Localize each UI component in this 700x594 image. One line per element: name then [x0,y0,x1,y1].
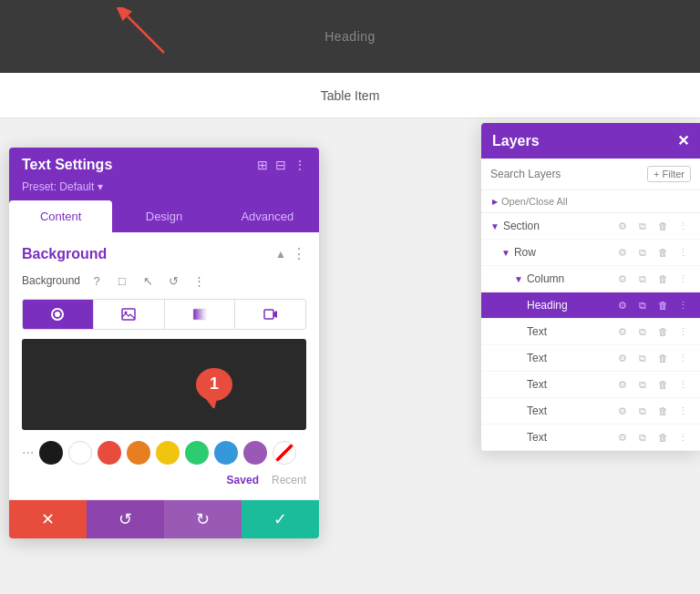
layer-name-text-5: Text [527,431,614,444]
saved-button[interactable]: Saved [227,474,259,486]
layer-actions-column: ⚙ ⧉ 🗑 ⋮ [614,273,691,285]
type-tab-color[interactable] [23,300,94,329]
layer-item-text-1[interactable]: Text ⚙ ⧉ 🗑 ⋮ [481,319,700,345]
swatches-more-icon[interactable]: ··· [22,445,34,461]
video-icon [263,308,278,321]
bg-reset-icon[interactable]: ↺ [164,271,182,290]
tab-advanced[interactable]: Advanced [216,200,319,232]
layer-name-heading: Heading [527,299,614,312]
text2-copy-icon[interactable]: ⧉ [634,353,651,364]
cancel-button[interactable]: ✕ [9,500,87,538]
text2-more-icon[interactable]: ⋮ [674,353,691,364]
layer-item-row[interactable]: ▼ Row ⚙ ⧉ 🗑 ⋮ [481,240,700,266]
bg-help-icon[interactable]: ? [88,271,106,290]
tab-content[interactable]: Content [9,200,112,232]
layer-more-icon[interactable]: ⋮ [674,220,691,232]
column-copy-icon[interactable]: ⧉ [634,273,651,285]
text1-settings-icon[interactable]: ⚙ [614,326,631,338]
tab-design[interactable]: Design [112,200,215,232]
layer-item-text-5[interactable]: Text ⚙ ⧉ 🗑 ⋮ [481,425,700,451]
layer-name-section: Section [503,220,614,232]
text4-settings-icon[interactable]: ⚙ [614,405,631,417]
layer-item-heading[interactable]: Heading ⚙ ⧉ 🗑 ⋮ [481,292,700,319]
layer-actions-section: ⚙ ⧉ 🗑 ⋮ [614,220,691,232]
panel-expand-icon[interactable]: ⊞ [257,158,268,172]
type-tab-gradient[interactable] [165,300,236,329]
swatch-green[interactable] [185,441,209,465]
background-section-header: Background ▲ ⋮ [22,245,306,262]
text5-settings-icon[interactable]: ⚙ [614,432,631,444]
text1-more-icon[interactable]: ⋮ [674,326,691,338]
row-settings-icon[interactable]: ⚙ [614,247,631,259]
text4-delete-icon[interactable]: 🗑 [654,405,671,416]
layers-close-button[interactable]: ✕ [677,132,689,149]
layer-item-text-4[interactable]: Text ⚙ ⧉ 🗑 ⋮ [481,398,700,425]
bg-cursor-icon[interactable]: ↖ [139,271,157,290]
column-more-icon[interactable]: ⋮ [674,273,691,285]
panel-preset[interactable]: Preset: Default ▾ [9,180,319,200]
column-settings-icon[interactable]: ⚙ [614,273,631,285]
text3-delete-icon[interactable]: 🗑 [654,379,671,390]
type-tab-image[interactable] [94,300,165,329]
text1-delete-icon[interactable]: 🗑 [654,326,671,337]
layer-delete-icon[interactable]: 🗑 [654,220,671,231]
layers-filter-button[interactable]: + Filter [647,166,691,182]
layer-actions-text-1: ⚙ ⧉ 🗑 ⋮ [614,326,691,338]
text5-copy-icon[interactable]: ⧉ [634,432,651,444]
layer-item-column[interactable]: ▼ Column ⚙ ⧉ 🗑 ⋮ [481,266,700,292]
swatch-blue[interactable] [214,441,238,465]
heading-more-icon[interactable]: ⋮ [674,300,691,312]
layers-search-input[interactable] [490,168,640,180]
text3-more-icon[interactable]: ⋮ [674,379,691,391]
layer-item-text-2[interactable]: Text ⚙ ⧉ 🗑 ⋮ [481,345,700,372]
section-options-icon[interactable]: ⋮ [292,245,306,262]
color-fill-icon [50,307,65,322]
swatch-red[interactable] [98,441,121,465]
panel-menu-icon[interactable]: ⋮ [293,158,306,172]
text2-delete-icon[interactable]: 🗑 [654,353,671,364]
text5-delete-icon[interactable]: 🗑 [654,432,671,443]
heading-settings-icon[interactable]: ⚙ [614,300,631,312]
bg-more-icon[interactable]: ⋮ [190,271,208,290]
type-tab-video[interactable] [235,300,305,329]
layer-item-section[interactable]: ▼ Section ⚙ ⧉ 🗑 ⋮ [481,213,700,240]
text3-copy-icon[interactable]: ⧉ [634,379,651,391]
canvas-table-item-row: Table Item [0,73,700,118]
text5-more-icon[interactable]: ⋮ [674,432,691,444]
layer-item-text-3[interactable]: Text ⚙ ⧉ 🗑 ⋮ [481,372,700,398]
row-copy-icon[interactable]: ⧉ [634,247,651,259]
text4-copy-icon[interactable]: ⧉ [634,405,651,417]
arrow-indicator [109,7,182,62]
swatch-yellow[interactable] [156,441,180,465]
heading-copy-icon[interactable]: ⧉ [634,300,651,312]
text1-copy-icon[interactable]: ⧉ [634,326,651,338]
swatch-orange[interactable] [127,441,150,465]
column-chevron-icon: ▼ [514,274,523,284]
swatch-black[interactable] [39,441,63,465]
layer-name-text-2: Text [527,352,614,364]
color-preview[interactable]: 1 [22,339,306,430]
bg-controls-row: Background ? □ ↖ ↺ ⋮ [22,271,306,290]
layer-settings-icon[interactable]: ⚙ [614,220,631,232]
bg-desktop-icon[interactable]: □ [113,271,131,290]
text3-settings-icon[interactable]: ⚙ [614,379,631,391]
row-delete-icon[interactable]: 🗑 [654,247,671,258]
heading-delete-icon[interactable]: 🗑 [654,300,671,311]
swatch-none[interactable] [273,441,296,465]
redo-button[interactable]: ↻ [164,500,242,538]
swatch-purple[interactable] [243,441,267,465]
panel-header-icons: ⊞ ⊟ ⋮ [257,158,306,172]
swatch-white[interactable] [68,441,92,465]
layers-open-close[interactable]: Open/Close All [481,190,700,213]
text4-more-icon[interactable]: ⋮ [674,405,691,417]
undo-button[interactable]: ↺ [87,500,164,538]
panel-collapse-icon[interactable]: ⊟ [275,158,286,172]
save-button[interactable]: ✓ [242,500,319,538]
layer-copy-icon[interactable]: ⧉ [634,220,651,232]
row-more-icon[interactable]: ⋮ [674,247,691,259]
section-collapse-arrow[interactable]: ▲ [275,248,286,261]
canvas-heading-row: Heading [0,0,700,73]
text2-settings-icon[interactable]: ⚙ [614,353,631,364]
recent-button[interactable]: Recent [272,474,306,486]
column-delete-icon[interactable]: 🗑 [654,273,671,284]
